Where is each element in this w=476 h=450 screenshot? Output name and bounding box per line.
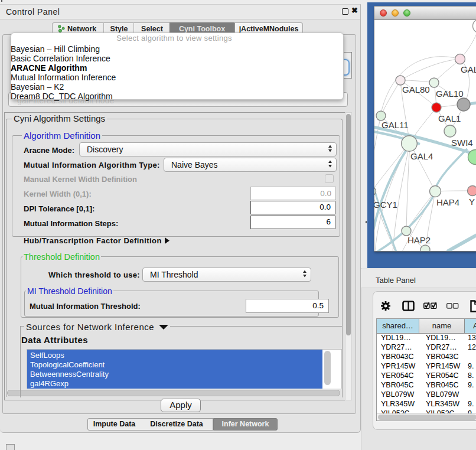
svg-text:GCY1: GCY1 [374,200,397,210]
svg-text:HAP4: HAP4 [436,197,459,207]
svg-text:GAL1: GAL1 [438,113,461,123]
svg-text:GAL11: GAL11 [382,120,409,130]
svg-text:GAL4: GAL4 [410,151,433,161]
svg-text:GAL80: GAL80 [402,84,430,94]
svg-text:SWI4: SWI4 [451,138,473,148]
svg-text:GAL10: GAL10 [436,89,464,99]
svg-text:Y: Y [469,197,475,207]
svg-text:GAL: GAL [461,64,476,74]
svg-text:HAP2: HAP2 [407,235,431,245]
